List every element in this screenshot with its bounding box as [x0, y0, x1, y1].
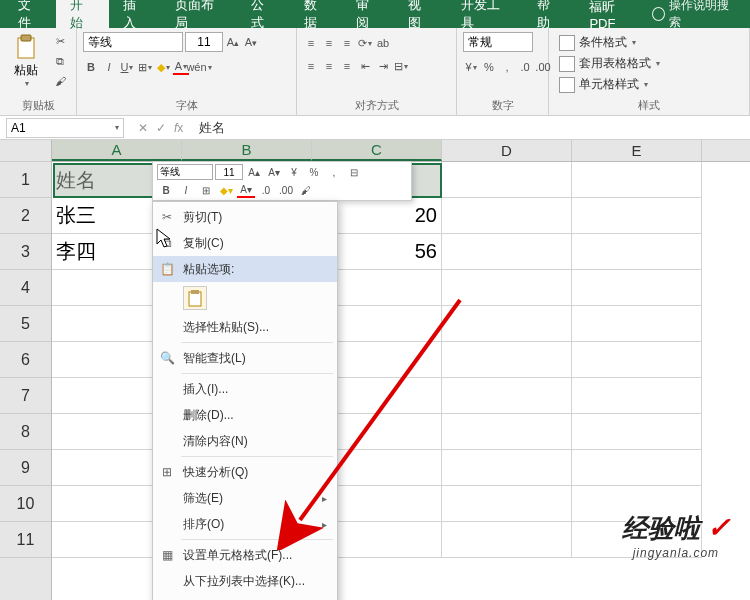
cm-delete[interactable]: 删除(D)...	[153, 402, 337, 428]
cell-e1[interactable]	[572, 162, 702, 198]
conditional-format-button[interactable]: 条件格式▾	[555, 32, 640, 53]
cell[interactable]	[442, 486, 572, 522]
mini-inc-font-icon[interactable]: A▴	[245, 164, 263, 180]
col-header-a[interactable]: A	[52, 140, 182, 161]
cell-e3[interactable]	[572, 234, 702, 270]
cm-sort[interactable]: 排序(O)▸	[153, 511, 337, 537]
mini-font-color-icon[interactable]: A▾	[237, 182, 255, 198]
cell[interactable]	[442, 342, 572, 378]
select-all-corner[interactable]	[0, 140, 51, 162]
cm-copy[interactable]: ⧉复制(C)	[153, 230, 337, 256]
mini-size-input[interactable]	[215, 164, 243, 180]
cell[interactable]	[572, 306, 702, 342]
mini-inc-icon[interactable]: .00	[277, 182, 295, 198]
row-header-5[interactable]: 5	[0, 306, 51, 342]
align-left-icon[interactable]: ≡	[303, 58, 319, 74]
mini-painter-icon[interactable]: 🖌	[297, 182, 315, 198]
tell-me[interactable]: 操作说明搜索	[652, 0, 736, 31]
align-middle-icon[interactable]: ≡	[321, 35, 337, 51]
cm-filter[interactable]: 筛选(E)▸	[153, 485, 337, 511]
cell-d3[interactable]	[442, 234, 572, 270]
cell[interactable]	[572, 378, 702, 414]
row-header-9[interactable]: 9	[0, 450, 51, 486]
cell[interactable]	[572, 414, 702, 450]
orientation-icon[interactable]: ⟳▾	[357, 35, 373, 51]
mini-dec-icon[interactable]: .0	[257, 182, 275, 198]
number-format-input[interactable]	[463, 32, 533, 52]
mini-dec-font-icon[interactable]: A▾	[265, 164, 283, 180]
paste-option-default[interactable]	[183, 286, 207, 310]
mini-percent-icon[interactable]: %	[305, 164, 323, 180]
underline-button[interactable]: U▾	[119, 59, 135, 75]
cm-phonetic[interactable]: wén显示拼音字段(S)	[153, 594, 337, 600]
row-header-4[interactable]: 4	[0, 270, 51, 306]
mini-italic-icon[interactable]: I	[177, 182, 195, 198]
cell-d1[interactable]	[442, 162, 572, 198]
row-header-11[interactable]: 11	[0, 522, 51, 558]
align-top-icon[interactable]: ≡	[303, 35, 319, 51]
cell[interactable]	[442, 378, 572, 414]
cell-e2[interactable]	[572, 198, 702, 234]
indent-inc-icon[interactable]: ⇥	[375, 58, 391, 74]
mini-border-icon[interactable]: ⊞	[197, 182, 215, 198]
col-header-b[interactable]: B	[182, 140, 312, 161]
col-header-e[interactable]: E	[572, 140, 702, 161]
cell[interactable]	[442, 450, 572, 486]
font-size-input[interactable]	[185, 32, 223, 52]
indent-dec-icon[interactable]: ⇤	[357, 58, 373, 74]
phonetic-button[interactable]: wén▾	[191, 59, 207, 75]
mini-currency-icon[interactable]: ¥	[285, 164, 303, 180]
row-header-7[interactable]: 7	[0, 378, 51, 414]
cut-button[interactable]: ✂	[50, 32, 70, 50]
cm-clear[interactable]: 清除内容(N)	[153, 428, 337, 454]
cell[interactable]	[442, 270, 572, 306]
increase-font-icon[interactable]: A▴	[225, 34, 241, 50]
cell[interactable]	[572, 450, 702, 486]
wrap-text-icon[interactable]: ab	[375, 35, 391, 51]
table-format-button[interactable]: 套用表格格式▾	[555, 53, 664, 74]
decrease-font-icon[interactable]: A▾	[243, 34, 259, 50]
font-name-input[interactable]	[83, 32, 183, 52]
col-header-d[interactable]: D	[442, 140, 572, 161]
formula-input[interactable]: 姓名	[191, 119, 750, 137]
align-center-icon[interactable]: ≡	[321, 58, 337, 74]
italic-button[interactable]: I	[101, 59, 117, 75]
cm-paste-special[interactable]: 选择性粘贴(S)...	[153, 314, 337, 340]
fill-color-button[interactable]: ◆▾	[155, 59, 171, 75]
currency-icon[interactable]: ¥▾	[463, 59, 479, 75]
align-bottom-icon[interactable]: ≡	[339, 35, 355, 51]
cm-smart-lookup[interactable]: 🔍智能查找(L)	[153, 345, 337, 371]
row-header-2[interactable]: 2	[0, 198, 51, 234]
align-right-icon[interactable]: ≡	[339, 58, 355, 74]
inc-decimal-icon[interactable]: .0	[517, 59, 533, 75]
cancel-icon[interactable]: ✕	[138, 121, 148, 135]
cm-dropdown-list[interactable]: 从下拉列表中选择(K)...	[153, 568, 337, 594]
percent-icon[interactable]: %	[481, 59, 497, 75]
cell[interactable]	[442, 522, 572, 558]
row-header-3[interactable]: 3	[0, 234, 51, 270]
enter-icon[interactable]: ✓	[156, 121, 166, 135]
cm-insert[interactable]: 插入(I)...	[153, 376, 337, 402]
cell[interactable]	[442, 306, 572, 342]
mini-comma-icon[interactable]: ,	[325, 164, 343, 180]
merge-button[interactable]: ⊟▾	[393, 58, 409, 74]
copy-button[interactable]: ⧉	[50, 52, 70, 70]
paste-button[interactable]: 粘贴 ▾	[6, 32, 46, 90]
mini-font-input[interactable]	[157, 164, 213, 180]
cm-quick-analysis[interactable]: ⊞快速分析(Q)	[153, 459, 337, 485]
fx-icon[interactable]: fx	[174, 121, 183, 135]
border-button[interactable]: ⊞▾	[137, 59, 153, 75]
row-header-1[interactable]: 1	[0, 162, 51, 198]
cell[interactable]	[572, 342, 702, 378]
cm-paste-options[interactable]: 📋粘贴选项:	[153, 256, 337, 282]
cell[interactable]	[442, 414, 572, 450]
mini-merge-icon[interactable]: ⊟	[345, 164, 363, 180]
bold-button[interactable]: B	[83, 59, 99, 75]
comma-icon[interactable]: ,	[499, 59, 515, 75]
cell-d2[interactable]	[442, 198, 572, 234]
cell[interactable]	[572, 270, 702, 306]
row-header-6[interactable]: 6	[0, 342, 51, 378]
cell-styles-button[interactable]: 单元格样式▾	[555, 74, 652, 95]
row-header-8[interactable]: 8	[0, 414, 51, 450]
mini-bold-icon[interactable]: B	[157, 182, 175, 198]
